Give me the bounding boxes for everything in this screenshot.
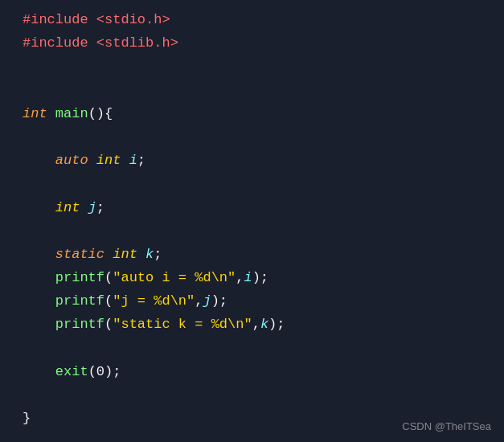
code-line xyxy=(0,55,504,78)
code-line xyxy=(0,79,504,102)
code-line: static int k; xyxy=(0,243,504,266)
watermark: CSDN @TheITSea xyxy=(402,419,491,436)
code-line: printf("auto i = %d\n",i); xyxy=(0,266,504,289)
code-line: printf("j = %d\n",j); xyxy=(0,289,504,313)
code-line xyxy=(0,219,504,243)
code-line: #include <stdlib.h> xyxy=(0,31,504,55)
code-line xyxy=(0,125,504,149)
code-line xyxy=(0,383,504,407)
code-line: #include <stdio.h> xyxy=(0,8,504,31)
code-line: exit(0); xyxy=(0,360,504,383)
code-line: int main(){ xyxy=(0,102,504,125)
code-line: printf("static k = %d\n",k); xyxy=(0,313,504,336)
code-line xyxy=(0,337,504,360)
code-line: auto int i; xyxy=(0,149,504,172)
code-editor: #include <stdio.h>#include <stdlib.h> in… xyxy=(0,0,504,442)
code-line: int j; xyxy=(0,196,504,219)
code-line xyxy=(0,172,504,195)
